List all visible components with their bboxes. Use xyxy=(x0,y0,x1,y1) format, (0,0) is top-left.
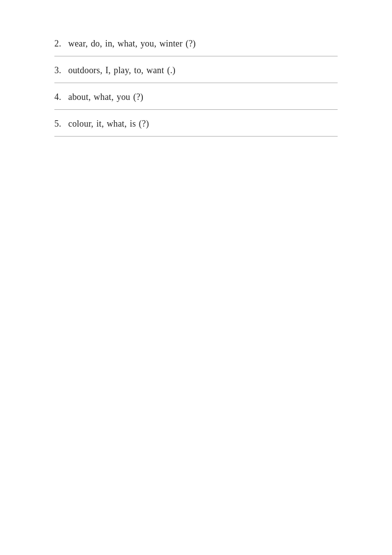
word-5-3: what, xyxy=(107,119,127,129)
word-2-2: do, xyxy=(91,39,102,49)
item-number-3: 3. xyxy=(54,65,68,76)
word-4-3: you xyxy=(117,92,131,102)
word-3-punct: (.) xyxy=(167,65,175,76)
word-2-6: winter xyxy=(159,39,182,49)
word-5-punct: (?) xyxy=(139,119,149,129)
item-number-5: 5. xyxy=(54,119,68,129)
word-2-1: wear, xyxy=(68,39,88,49)
word-4-punct: (?) xyxy=(133,92,144,102)
word-3-1: outdoors, xyxy=(68,65,102,76)
word-5-2: it, xyxy=(96,119,104,129)
exercise-item-3: 3. outdoors, I, play, to, want (.) xyxy=(54,56,338,83)
divider-5 xyxy=(54,136,338,137)
word-5-1: colour, xyxy=(68,119,93,129)
word-4-2: what, xyxy=(94,92,114,102)
exercise-item-5: 5. colour, it, what, is (?) xyxy=(54,110,338,137)
word-3-2: I, xyxy=(105,65,111,76)
word-3-5: want xyxy=(146,65,164,76)
page: 2. wear, do, in, what, you, winter (?) 3… xyxy=(0,0,392,555)
word-5-4: is xyxy=(130,119,135,129)
item-number-2: 2. xyxy=(54,39,68,49)
item-words-2: wear, do, in, what, you, winter (?) xyxy=(68,39,196,49)
item-words-3: outdoors, I, play, to, want (.) xyxy=(68,65,175,76)
exercise-item-2: 2. wear, do, in, what, you, winter (?) xyxy=(54,30,338,56)
word-2-5: you, xyxy=(140,39,156,49)
exercise-item-4: 4. about, what, you (?) xyxy=(54,83,338,110)
item-number-4: 4. xyxy=(54,92,68,102)
word-2-4: what, xyxy=(118,39,137,49)
item-words-5: colour, it, what, is (?) xyxy=(68,119,149,129)
word-3-4: to, xyxy=(134,65,143,76)
word-3-3: play, xyxy=(114,65,131,76)
item-row-5: 5. colour, it, what, is (?) xyxy=(54,110,338,136)
item-words-4: about, what, you (?) xyxy=(68,92,143,102)
item-row-3: 3. outdoors, I, play, to, want (.) xyxy=(54,56,338,83)
word-2-3: in, xyxy=(105,39,115,49)
word-2-punct: (?) xyxy=(185,39,196,49)
item-row-4: 4. about, what, you (?) xyxy=(54,83,338,109)
word-4-1: about, xyxy=(68,92,91,102)
item-row-2: 2. wear, do, in, what, you, winter (?) xyxy=(54,30,338,56)
